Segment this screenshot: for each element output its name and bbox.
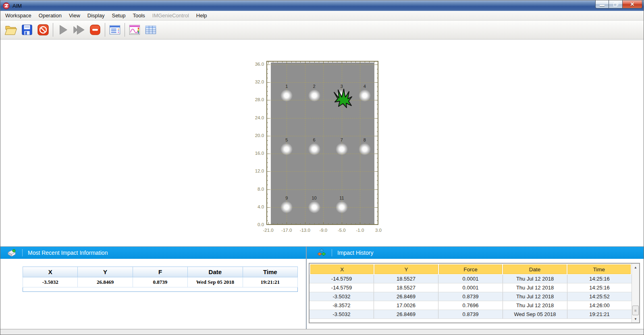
list-view-button[interactable] bbox=[107, 22, 123, 38]
scroll-up-icon[interactable]: ▲ bbox=[632, 264, 639, 270]
sensor-dot bbox=[359, 143, 371, 155]
y-axis-tick bbox=[376, 136, 378, 136]
header-separator bbox=[22, 249, 23, 256]
sensor-label: 2 bbox=[308, 84, 321, 89]
y-axis-tick bbox=[267, 198, 268, 199]
maximize-button[interactable] bbox=[609, 0, 622, 8]
history-table-cell: 14:25:16 bbox=[567, 283, 632, 292]
x-axis-tick-label: -17.0 bbox=[278, 228, 295, 233]
x-axis-tick bbox=[360, 222, 360, 224]
run-button[interactable] bbox=[55, 22, 71, 38]
x-axis-tick bbox=[337, 62, 337, 62]
open-folder-button[interactable] bbox=[3, 22, 19, 38]
x-axis-tick bbox=[319, 62, 319, 62]
scrollbar-thumb[interactable]: ≡ bbox=[632, 306, 639, 315]
close-button[interactable]: ✕ bbox=[622, 0, 642, 8]
x-axis-tick bbox=[310, 223, 310, 224]
sensor-label: 9 bbox=[280, 196, 293, 200]
history-table-row[interactable]: -14.575918.55270.0001Thu Jul 12 201814:2… bbox=[310, 275, 632, 283]
history-column-header: Force bbox=[439, 264, 502, 274]
y-axis-tick-label: 32.0 bbox=[246, 79, 264, 84]
x-axis-tick-label: -21.0 bbox=[260, 228, 277, 233]
y-axis-tick bbox=[376, 118, 378, 119]
menu-item-view[interactable]: View bbox=[65, 11, 84, 20]
column-header: Time bbox=[243, 267, 297, 277]
x-axis-tick bbox=[323, 222, 324, 224]
table-empty-row bbox=[23, 287, 298, 292]
x-axis-tick bbox=[282, 223, 283, 224]
sensor-label: 10 bbox=[308, 196, 321, 200]
y-axis-tick bbox=[267, 145, 268, 145]
x-axis-tick bbox=[314, 62, 315, 62]
y-axis-tick-label: 24.0 bbox=[246, 115, 264, 120]
column-header: F bbox=[133, 267, 187, 277]
y-axis-tick bbox=[377, 104, 378, 105]
plot-gridline-h bbox=[267, 82, 378, 83]
abort-button[interactable] bbox=[35, 22, 51, 38]
restore-icon bbox=[613, 2, 618, 6]
save-icon bbox=[21, 24, 33, 36]
history-table-cell: 14:26:00 bbox=[567, 301, 632, 310]
y-axis-tick bbox=[267, 123, 268, 123]
history-table-cell: 17.0026 bbox=[374, 301, 438, 310]
sensor-label: 5 bbox=[280, 137, 293, 142]
plot-gridline-h bbox=[267, 136, 378, 136]
menu-item-tools[interactable]: Tools bbox=[129, 11, 148, 20]
table-view-icon bbox=[145, 24, 157, 36]
toolbar bbox=[0, 21, 644, 40]
y-axis-tick bbox=[267, 136, 269, 136]
history-table-cell: Thu Jul 12 2018 bbox=[503, 292, 567, 301]
abort-icon bbox=[37, 24, 49, 36]
history-column-header: Date bbox=[503, 264, 566, 274]
save-button[interactable] bbox=[19, 22, 35, 38]
y-axis-tick bbox=[376, 154, 378, 154]
history-table-row[interactable]: -3.503226.84690.8739Thu Jul 12 201814:25… bbox=[310, 292, 632, 301]
x-axis-tick bbox=[369, 62, 370, 62]
history-scrollbar[interactable]: ▲ ≡ ▼ bbox=[632, 264, 639, 323]
y-axis-tick bbox=[267, 149, 268, 150]
minimize-icon bbox=[600, 5, 605, 6]
menu-item-imgeniecontrol[interactable]: IMGenieControl bbox=[149, 11, 193, 20]
plot-view-button[interactable] bbox=[127, 22, 143, 38]
menu-item-display[interactable]: Display bbox=[84, 11, 108, 20]
y-axis-tick bbox=[267, 73, 268, 74]
minimize-button[interactable] bbox=[595, 0, 609, 8]
history-table-row[interactable]: -3.503226.84690.8739Wed Sep 05 201819:21… bbox=[310, 310, 632, 319]
sensor-dot bbox=[280, 143, 293, 155]
x-axis-tick bbox=[355, 62, 356, 62]
menu-item-operation[interactable]: Operation bbox=[35, 11, 65, 20]
history-table-cell: Thu Jul 12 2018 bbox=[503, 275, 567, 283]
y-axis-tick bbox=[267, 87, 268, 87]
run-icon bbox=[57, 24, 69, 36]
note-box-icon bbox=[7, 249, 17, 257]
table-view-button[interactable] bbox=[143, 22, 159, 38]
x-axis-tick bbox=[300, 223, 301, 224]
y-axis-tick bbox=[377, 96, 378, 96]
x-axis-tick-label: -1.0 bbox=[351, 228, 369, 233]
menu-bar: WorkspaceOperationViewDisplaySetupToolsI… bbox=[0, 11, 644, 21]
x-axis-tick-label: 3.0 bbox=[370, 228, 387, 233]
y-axis-tick-label: 16.0 bbox=[246, 151, 264, 156]
plot-gridline-v bbox=[305, 62, 305, 224]
step-forward-button[interactable] bbox=[71, 22, 87, 38]
history-table-cell: 14:25:16 bbox=[567, 275, 632, 283]
menu-item-help[interactable]: Help bbox=[193, 11, 211, 20]
history-table-row[interactable]: -8.357217.00260.7696Thu Jul 12 201814:26… bbox=[310, 301, 632, 310]
history-table-cell: -3.5032 bbox=[310, 292, 374, 301]
table-cell: Wed Sep 05 2018 bbox=[188, 277, 243, 287]
x-axis-tick bbox=[342, 222, 342, 224]
impact-history-rows: XYForceDateTime-14.575918.55270.0001Thu … bbox=[310, 264, 632, 323]
y-axis-tick bbox=[267, 203, 268, 203]
y-axis-tick bbox=[377, 73, 378, 74]
history-table-row[interactable]: -14.575918.55270.0001Thu Jul 12 201814:2… bbox=[310, 283, 632, 292]
menu-item-workspace[interactable]: Workspace bbox=[2, 11, 35, 20]
y-axis-tick bbox=[377, 158, 378, 158]
plot-gridline-h bbox=[267, 118, 378, 119]
window-bottom-edge bbox=[0, 329, 644, 335]
scroll-down-icon[interactable]: ▼ bbox=[632, 316, 639, 322]
menu-item-setup[interactable]: Setup bbox=[108, 11, 129, 20]
x-axis-tick bbox=[374, 223, 374, 224]
x-axis-tick bbox=[355, 223, 356, 224]
table-cell: -3.5032 bbox=[23, 277, 78, 287]
stop-button[interactable] bbox=[87, 22, 103, 38]
